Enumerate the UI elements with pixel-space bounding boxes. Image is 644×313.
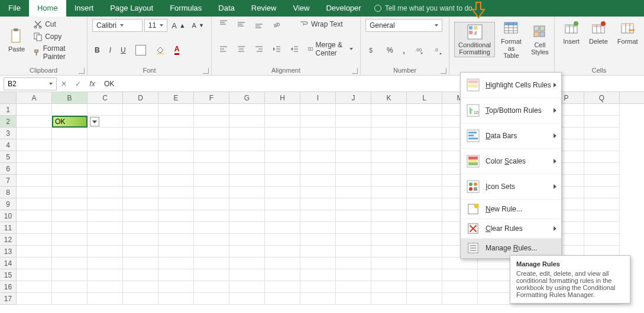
tab-page-layout[interactable]: Page Layout xyxy=(102,0,161,17)
decrease-indent-button[interactable] xyxy=(270,44,284,54)
row-header[interactable]: 13 xyxy=(0,246,17,257)
format-as-table-button[interactable]: Format as Table xyxy=(497,19,525,60)
menu-color-scales[interactable]: Color Scales xyxy=(461,149,561,174)
col-header[interactable]: E xyxy=(158,92,194,103)
number-format-select[interactable]: General xyxy=(365,19,442,32)
formula-input[interactable]: OK xyxy=(99,80,644,88)
menu-top-bottom-rules[interactable]: 10 Top/Bottom Rules xyxy=(461,98,561,123)
row-header[interactable]: 11 xyxy=(0,222,17,234)
row-header[interactable]: 14 xyxy=(0,257,17,269)
tab-formulas[interactable]: Formulas xyxy=(161,0,210,17)
col-header[interactable]: J xyxy=(336,92,371,103)
row-header[interactable]: 5 xyxy=(0,151,17,163)
fill-color-button[interactable] xyxy=(153,45,167,56)
name-box[interactable]: B2 xyxy=(4,77,57,90)
active-cell-b2[interactable]: OK xyxy=(52,116,88,128)
copy-button[interactable]: Copy xyxy=(31,31,82,42)
percent-button[interactable]: % xyxy=(384,45,396,55)
align-center-button[interactable] xyxy=(234,44,248,54)
decrease-font-button[interactable]: A▼ xyxy=(190,21,206,30)
col-header[interactable]: G xyxy=(229,92,265,103)
enter-formula-button[interactable]: ✓ xyxy=(71,80,85,88)
italic-button[interactable]: I xyxy=(107,45,114,55)
cut-button[interactable]: Cut xyxy=(31,19,82,30)
borders-button[interactable] xyxy=(133,44,148,56)
menu-label: New Rule... xyxy=(486,205,522,213)
menu-clear-rules[interactable]: Clear Rules xyxy=(461,219,561,239)
align-left-button[interactable] xyxy=(216,44,231,54)
tab-file[interactable]: File xyxy=(0,0,29,17)
menu-new-rule[interactable]: New Rule... xyxy=(461,200,561,219)
svg-rect-40 xyxy=(474,26,477,30)
col-header[interactable]: B xyxy=(52,92,88,103)
bold-button[interactable]: B xyxy=(92,45,102,55)
col-header[interactable]: K xyxy=(371,92,407,103)
tab-view[interactable]: View xyxy=(284,0,318,17)
tell-me-search[interactable]: Tell me what you want to do xyxy=(374,0,473,17)
col-header[interactable]: F xyxy=(194,92,229,103)
cancel-formula-button[interactable]: ✕ xyxy=(57,80,71,88)
menu-label: Color Scales xyxy=(486,157,526,165)
insert-cells-button[interactable]: Insert xyxy=(559,19,583,46)
data-validation-dropdown[interactable] xyxy=(90,117,99,126)
row-header[interactable]: 9 xyxy=(0,198,17,210)
select-all-corner[interactable] xyxy=(0,92,17,103)
row-header[interactable]: 1 xyxy=(0,104,17,116)
paste-button[interactable]: Paste xyxy=(5,27,28,54)
menu-data-bars[interactable]: Data Bars xyxy=(461,123,561,149)
alignment-launcher[interactable] xyxy=(352,68,358,74)
orientation-button[interactable]: ab xyxy=(270,19,284,30)
merge-center-button[interactable]: Merge & Center xyxy=(305,40,355,58)
delete-cells-button[interactable]: Delete xyxy=(585,19,611,46)
tab-developer[interactable]: Developer xyxy=(318,0,369,17)
row-header[interactable]: 16 xyxy=(0,281,17,293)
row-header[interactable]: 4 xyxy=(0,139,17,151)
col-header[interactable]: A xyxy=(17,92,52,103)
decrease-decimal-button[interactable]: .0 xyxy=(431,45,445,56)
tab-home[interactable]: Home xyxy=(29,0,66,17)
col-header[interactable]: Q xyxy=(584,92,620,103)
conditional-formatting-button[interactable]: ≠ Conditional Formatting xyxy=(454,22,495,57)
col-header[interactable]: I xyxy=(300,92,336,103)
col-header[interactable]: D xyxy=(123,92,158,103)
align-bottom-button[interactable] xyxy=(252,19,266,30)
increase-indent-button[interactable] xyxy=(287,44,302,54)
wrap-text-button[interactable]: Wrap Text xyxy=(297,19,345,30)
align-right-button[interactable] xyxy=(252,44,266,54)
cell-styles-button[interactable]: Cell Styles xyxy=(528,22,552,57)
font-launcher[interactable] xyxy=(203,68,209,74)
increase-decimal-button[interactable]: .00 xyxy=(412,45,426,56)
row-header[interactable]: 6 xyxy=(0,163,17,175)
menu-highlight-cells-rules[interactable]: Highlight Cells Rules xyxy=(461,73,561,98)
font-color-button[interactable]: A xyxy=(172,44,182,56)
tab-review[interactable]: Review xyxy=(243,0,285,17)
format-cells-button[interactable]: Format xyxy=(614,19,642,46)
align-middle-button[interactable] xyxy=(234,19,248,30)
underline-button[interactable]: U xyxy=(118,45,128,55)
menu-icon-sets[interactable]: Icon Sets xyxy=(461,174,561,200)
row-header[interactable]: 7 xyxy=(0,175,17,187)
row-header[interactable]: 3 xyxy=(0,128,17,139)
comma-button[interactable]: , xyxy=(400,44,407,56)
font-size-select[interactable]: 11 xyxy=(144,19,167,32)
tab-insert[interactable]: Insert xyxy=(66,0,102,17)
col-header[interactable]: H xyxy=(265,92,300,103)
format-painter-label: Format Painter xyxy=(43,44,80,61)
accounting-format-button[interactable]: $ xyxy=(365,45,380,56)
row-header[interactable]: 17 xyxy=(0,293,17,305)
clipboard-launcher[interactable] xyxy=(79,68,85,74)
number-launcher[interactable] xyxy=(441,68,446,74)
row-header[interactable]: 8 xyxy=(0,187,17,198)
font-name-select[interactable]: Calibri xyxy=(92,19,143,32)
row-header[interactable]: 2 xyxy=(0,116,17,128)
increase-font-button[interactable]: A▲ xyxy=(169,21,187,31)
row-header[interactable]: 12 xyxy=(0,234,17,246)
col-header[interactable]: L xyxy=(407,92,442,103)
format-painter-button[interactable]: Format Painter xyxy=(31,44,82,61)
row-header[interactable]: 15 xyxy=(0,269,17,281)
tab-data[interactable]: Data xyxy=(210,0,242,17)
align-top-button[interactable] xyxy=(216,19,231,30)
row-header[interactable]: 10 xyxy=(0,210,17,222)
insert-function-button[interactable]: fx xyxy=(85,80,99,88)
col-header[interactable]: C xyxy=(88,92,123,103)
